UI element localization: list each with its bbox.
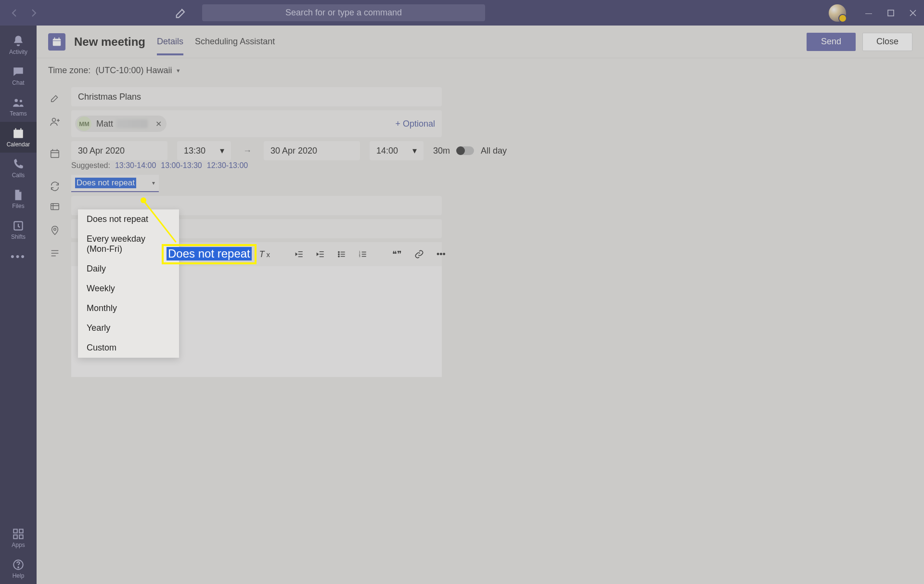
svg-rect-9	[19, 535, 23, 539]
rail-calls-label: Calls	[12, 172, 25, 179]
rail-calendar[interactable]: Calendar	[0, 122, 37, 153]
search-input[interactable]: Search for or type a command	[202, 4, 485, 21]
annotation-dot	[141, 197, 146, 203]
back-button[interactable]	[9, 7, 20, 19]
svg-point-18	[338, 251, 339, 252]
more-tools[interactable]: •••	[436, 249, 446, 260]
allday-toggle[interactable]	[457, 146, 474, 155]
rail-teams-label: Teams	[10, 110, 26, 117]
app-rail: Activity Chat Teams Calendar Calls Files…	[0, 26, 37, 584]
suggested-slot[interactable]: 12:30-13:00	[207, 161, 248, 170]
compose-icon[interactable]	[174, 6, 188, 20]
rail-calls[interactable]: Calls	[0, 153, 37, 183]
ol-button[interactable]: 123	[359, 250, 367, 259]
user-avatar[interactable]	[829, 4, 846, 22]
timezone-label: Time zone:	[48, 65, 90, 76]
attendees-input[interactable]: MM Matt ✕ + Optional	[71, 110, 442, 137]
window-maximize[interactable]	[880, 0, 902, 26]
tab-details[interactable]: Details	[157, 28, 183, 55]
svg-text:3: 3	[359, 255, 360, 258]
end-time-value: 14:00	[376, 146, 398, 156]
pencil-icon	[48, 87, 62, 104]
recurrence-options-menu: Does not repeat Every weekday (Mon-Fri) …	[78, 209, 179, 358]
rail-calendar-label: Calendar	[7, 141, 30, 148]
svg-point-1	[14, 99, 18, 102]
arrow-right-icon: →	[241, 146, 254, 156]
recurrence-option[interactable]: Monthly	[78, 298, 179, 318]
attendee-chip[interactable]: MM Matt ✕	[75, 116, 167, 132]
rail-chat[interactable]: Chat	[0, 60, 37, 91]
timezone-value: (UTC-10:00) Hawaii	[95, 65, 172, 76]
rail-apps[interactable]: Apps	[0, 522, 37, 553]
suggested-slot[interactable]: 13:00-13:30	[161, 161, 202, 170]
main-pane: New meeting Details Scheduling Assistant…	[37, 26, 924, 584]
rail-files[interactable]: Files	[0, 183, 37, 214]
attendee-remove-icon[interactable]: ✕	[155, 119, 162, 129]
recurrence-option[interactable]: Custom	[78, 338, 179, 358]
forward-button[interactable]	[28, 7, 39, 19]
recurrence-option[interactable]: Weekly	[78, 279, 179, 298]
rail-apps-label: Apps	[12, 542, 25, 548]
quote-button[interactable]: ❝❞	[392, 249, 402, 260]
recurrence-value: Does not repeat	[75, 178, 136, 188]
allday-label: All day	[481, 146, 507, 156]
recurrence-dropdown[interactable]: Does not repeat ▾	[71, 175, 159, 192]
start-time-input[interactable]: 13:30▾	[177, 141, 231, 160]
meeting-title-input[interactable]: Christmas Plans	[71, 87, 442, 106]
rail-help-label: Help	[13, 572, 25, 579]
rail-teams[interactable]: Teams	[0, 91, 37, 122]
rail-activity[interactable]: Activity	[0, 29, 37, 60]
titlebar: Search for or type a command —	[0, 0, 924, 26]
start-time-value: 13:30	[184, 146, 205, 156]
close-button[interactable]: Close	[862, 33, 912, 51]
rail-help[interactable]: Help	[0, 553, 37, 584]
window-minimize[interactable]: —	[858, 0, 880, 26]
add-optional-link[interactable]: + Optional	[395, 119, 435, 129]
svg-point-14	[52, 118, 56, 122]
link-button[interactable]	[414, 249, 424, 259]
chevron-down-icon: ▾	[220, 145, 224, 156]
svg-rect-6	[13, 529, 17, 533]
add-people-icon	[48, 110, 62, 128]
attendee-avatar: MM	[77, 117, 91, 131]
tab-scheduling-assistant[interactable]: Scheduling Assistant	[195, 28, 275, 55]
rail-chat-label: Chat	[12, 79, 24, 86]
description-icon	[48, 242, 62, 259]
duration-label: 30m	[433, 146, 450, 156]
attendee-name: Matt	[96, 119, 113, 129]
indent-button[interactable]	[316, 250, 325, 259]
calendar-icon	[48, 143, 62, 159]
end-date-input[interactable]: 30 Apr 2020	[264, 141, 360, 160]
search-placeholder: Search for or type a command	[285, 8, 402, 18]
svg-rect-15	[51, 151, 59, 158]
rail-more[interactable]: •••	[0, 245, 37, 268]
calendar-badge-icon	[48, 33, 65, 51]
ul-button[interactable]	[337, 250, 346, 259]
rail-shifts-label: Shifts	[11, 234, 26, 240]
end-time-input[interactable]: 14:00▾	[370, 141, 424, 160]
send-button[interactable]: Send	[807, 33, 856, 51]
page-title: New meeting	[74, 35, 145, 49]
annotation-callout: Does not repeat	[162, 244, 257, 264]
attendee-name-blurred	[116, 119, 148, 128]
svg-rect-16	[51, 204, 59, 210]
page-header: New meeting Details Scheduling Assistant…	[37, 26, 924, 58]
chevron-down-icon: ▾	[152, 180, 155, 186]
channel-icon	[48, 196, 62, 212]
window-close[interactable]	[902, 0, 924, 26]
recurrence-option[interactable]: Yearly	[78, 318, 179, 338]
outdent-button[interactable]	[295, 250, 304, 259]
chevron-down-icon: ▾	[412, 145, 417, 156]
timezone-row[interactable]: Time zone: (UTC-10:00) Hawaii ▾	[37, 58, 924, 82]
suggested-slot[interactable]: 13:30-14:00	[115, 161, 156, 170]
suggested-row: Suggested: 13:30-14:00 13:00-13:30 12:30…	[71, 161, 924, 170]
svg-point-2	[20, 100, 22, 102]
svg-rect-8	[13, 535, 17, 539]
start-date-input[interactable]: 30 Apr 2020	[71, 141, 167, 160]
svg-point-11	[18, 567, 19, 568]
clear-formatting-button[interactable]: Tx	[259, 249, 270, 260]
rail-activity-label: Activity	[9, 49, 27, 55]
rail-shifts[interactable]: Shifts	[0, 214, 37, 245]
chevron-down-icon: ▾	[177, 67, 180, 74]
svg-rect-4	[13, 130, 23, 131]
